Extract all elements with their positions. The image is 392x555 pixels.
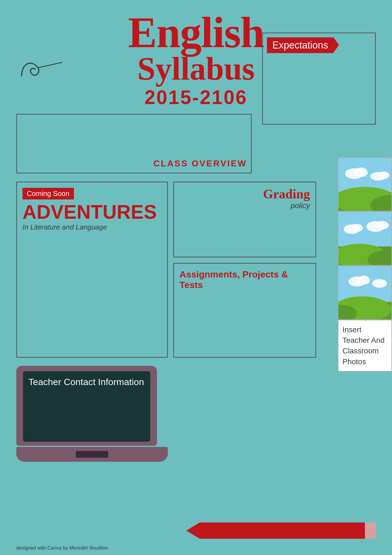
laptop-container: Teacher Contact Information <box>16 366 168 462</box>
laptop-body: Teacher Contact Information <box>16 366 157 446</box>
pencil-eraser <box>365 522 376 539</box>
expectations-label: Expectations <box>267 37 334 53</box>
svg-point-13 <box>375 221 389 229</box>
class-overview-box: CLASS OVERVIEW <box>16 114 252 173</box>
adventures-title: ADVENTURES <box>22 202 162 222</box>
grading-title: Grading <box>263 186 310 201</box>
svg-point-3 <box>354 167 368 177</box>
bottom-section: Teacher Contact Information <box>16 366 376 462</box>
pencil-container <box>186 522 376 539</box>
class-overview-label: CLASS OVERVIEW <box>153 159 247 169</box>
grading-label: Grading policy <box>263 186 310 210</box>
page: English Syllabus 2015-2106 Expectations … <box>0 0 392 555</box>
photo-3 <box>338 266 392 320</box>
svg-point-20 <box>372 279 387 288</box>
svg-point-19 <box>357 276 370 285</box>
expectations-label-wrapper: Expectations <box>263 33 375 57</box>
pencil-body <box>200 522 365 539</box>
photo-2 <box>338 211 392 266</box>
laptop-screen: Teacher Contact Information <box>23 371 150 442</box>
photo-insert-text: Insert Teacher And Classroom Photos <box>338 320 392 372</box>
adventures-subtitle: In Literature and Language <box>22 223 162 231</box>
footer-text: designed with Canva by Meredith Bouillio… <box>16 545 108 551</box>
expectations-box: Expectations <box>262 33 376 125</box>
pencil-tip <box>186 522 200 539</box>
photo-1 <box>338 157 392 211</box>
teacher-contact-text: Teacher Contact Information <box>28 377 145 387</box>
assignments-label: Assignments, Projects & Tests <box>179 269 310 290</box>
pencil <box>186 522 376 539</box>
right-combined: Grading policy Assignments, Projects & T… <box>173 182 316 358</box>
grading-box: Grading policy <box>173 182 316 257</box>
photo-strip: Insert Teacher And Classroom Photos <box>338 157 392 372</box>
svg-point-5 <box>378 172 389 179</box>
laptop-base <box>16 447 168 462</box>
assignments-box: Assignments, Projects & Tests <box>173 263 316 358</box>
adventures-section: Coming Soon ADVENTURES In Literature and… <box>16 182 168 358</box>
middle-section: Coming Soon ADVENTURES In Literature and… <box>16 182 376 358</box>
svg-point-11 <box>351 224 363 232</box>
grading-subtitle: policy <box>263 201 310 210</box>
laptop-touchpad <box>76 451 108 458</box>
coming-soon-badge: Coming Soon <box>22 188 74 199</box>
